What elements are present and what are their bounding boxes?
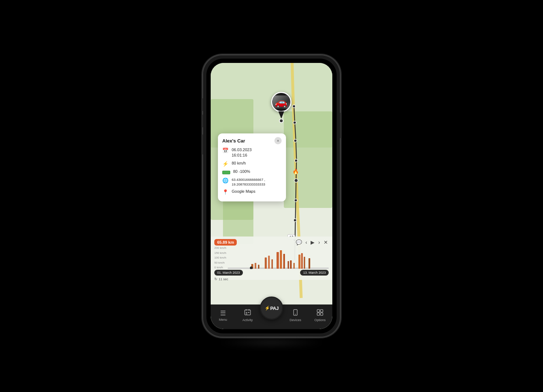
svg-rect-17 [277, 252, 279, 269]
svg-rect-18 [280, 250, 282, 269]
devices-icon [292, 309, 299, 318]
date-range: 01. March 2023 13. March 2023 [211, 269, 332, 276]
svg-rect-24 [301, 253, 303, 269]
chart-canvas[interactable] [228, 247, 329, 269]
popup-row-datetime: 📅 06.03.202316:01:16 [222, 147, 282, 158]
distance-badge: 65.89 km [214, 239, 237, 246]
popup-battery: 80 -100% [233, 169, 250, 174]
svg-rect-20 [288, 261, 289, 269]
popup-title: Alex's Car [222, 138, 245, 144]
map-pin[interactable] [271, 92, 291, 122]
calendar-icon: 📅 [222, 148, 229, 153]
svg-rect-22 [293, 263, 295, 269]
svg-rect-14 [265, 257, 267, 269]
svg-rect-15 [268, 256, 270, 269]
screen: 🔥 A7 [211, 63, 332, 329]
devices-label: Devices [290, 318, 301, 322]
svg-rect-37 [317, 310, 320, 312]
menu-icon: ☰ [220, 309, 226, 317]
globe-icon: 🌐 [222, 178, 229, 183]
popup-row-battery: 80 -100% [222, 169, 282, 175]
chart-toolbar: 65.89 km 💬 ‹ ▶ › ✕ [211, 237, 332, 247]
location-icon: 📍 [222, 189, 229, 195]
menu-label: Menu [219, 318, 227, 321]
pin-tail [278, 111, 284, 119]
svg-rect-21 [290, 260, 292, 269]
bottom-nav: ⚡ PAJ ☰ Menu [211, 304, 332, 329]
paj-text: PAJ [270, 306, 279, 311]
refresh-icon[interactable]: ↻ [214, 277, 217, 281]
paj-logo: ⚡ PAJ [265, 306, 279, 311]
date-start-pill: 01. March 2023 [214, 270, 243, 276]
speed-labels: 0 km/h 50 km/h 100 km/h 150 km/h 200 km/… [214, 247, 226, 269]
map-background: 🔥 A7 [211, 63, 332, 304]
speed-icon: ⚡ [222, 161, 229, 167]
svg-rect-40 [320, 313, 323, 315]
popup-datetime: 06.03.202316:01:16 [232, 147, 252, 158]
info-popup: Alex's Car × 📅 06.03.202316:01:16 ⚡ 80 k… [218, 133, 286, 201]
svg-rect-23 [298, 255, 300, 269]
nav-item-options[interactable]: Options [308, 309, 332, 322]
svg-point-28 [251, 267, 252, 269]
nav-item-activity[interactable]: Activity [235, 309, 260, 322]
chart-controls: 💬 ‹ ▶ › ✕ [295, 239, 329, 246]
svg-rect-32 [246, 312, 247, 313]
activity-label: Activity [243, 318, 253, 322]
chart-wrapper: 0 km/h 50 km/h 100 km/h 150 km/h 200 km/… [211, 247, 332, 269]
svg-rect-25 [304, 257, 305, 269]
svg-point-36 [295, 314, 296, 315]
activity-icon [244, 309, 251, 318]
battery-icon [222, 169, 230, 175]
phone-inner: 🔥 A7 [206, 59, 337, 333]
svg-rect-19 [283, 254, 285, 269]
terrain-patch-right [284, 111, 332, 208]
close-chart-button[interactable]: ✕ [323, 239, 329, 246]
options-label: Options [314, 318, 325, 322]
phone-frame: 🔥 A7 [203, 55, 340, 337]
map-area[interactable]: 🔥 A7 [211, 63, 332, 304]
options-icon [316, 309, 324, 318]
comment-button[interactable]: 💬 [295, 239, 303, 246]
nav-item-devices[interactable]: Devices [283, 309, 308, 322]
paj-center-button[interactable]: ⚡ PAJ [260, 297, 283, 320]
speed-label-200: 200 km/h [214, 247, 226, 250]
svg-rect-12 [254, 263, 256, 269]
silent-button [202, 135, 203, 154]
svg-point-6 [294, 219, 296, 222]
next-button[interactable]: › [317, 239, 321, 246]
svg-rect-29 [245, 310, 251, 315]
lightning-icon: ⚡ [265, 306, 270, 311]
popup-coords: 63.43001666666667 ,19.208783333333333 [232, 177, 265, 187]
popup-row-maps[interactable]: 📍 Google Maps [222, 189, 282, 195]
speed-label-150: 150 km/h [214, 252, 226, 255]
date-end-pill: 13. March 2023 [300, 270, 329, 276]
play-button[interactable]: ▶ [310, 239, 315, 246]
svg-rect-31 [249, 309, 249, 311]
svg-rect-16 [272, 259, 273, 269]
svg-rect-39 [317, 313, 320, 315]
nav-item-menu[interactable]: ☰ Menu [211, 309, 235, 321]
svg-rect-38 [320, 310, 323, 312]
speed-chart-svg [228, 247, 329, 269]
svg-rect-30 [246, 309, 247, 311]
svg-rect-33 [248, 312, 249, 313]
pin-dot [280, 119, 283, 122]
popup-header: Alex's Car × [222, 137, 282, 144]
refresh-interval: 11 sec [219, 277, 228, 281]
popup-speed: 80 km/h [232, 161, 246, 166]
speed-label-100: 100 km/h [214, 256, 226, 259]
popup-close-button[interactable]: × [274, 137, 282, 144]
volume-down-button [202, 115, 203, 127]
svg-rect-34 [246, 314, 247, 314]
pin-circle [271, 92, 291, 112]
popup-row-speed: ⚡ 80 km/h [222, 161, 282, 167]
refresh-row: ↻ 11 sec [211, 276, 332, 282]
phone-reflection [217, 337, 326, 348]
popup-maps-link: Google Maps [232, 189, 255, 194]
popup-row-coords: 🌐 63.43001666666667 ,19.208783333333333 [222, 177, 282, 187]
svg-rect-13 [258, 265, 260, 269]
car-image [273, 95, 290, 108]
speed-label-0: 0 km/h [214, 266, 226, 269]
prev-button[interactable]: ‹ [305, 239, 308, 246]
chart-area: 65.89 km 💬 ‹ ▶ › ✕ [211, 237, 332, 280]
